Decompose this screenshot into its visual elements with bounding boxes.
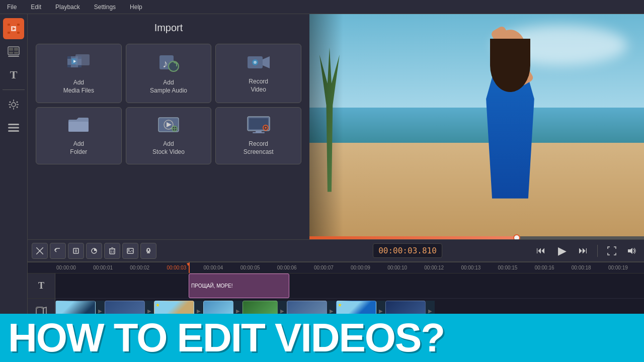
add-sample-audio-label: AddSample Audio: [150, 79, 187, 95]
add-media-icon: [66, 52, 91, 75]
svg-rect-32: [75, 54, 90, 65]
svg-rect-71: [147, 248, 149, 251]
video-progress-thumb[interactable]: [513, 234, 520, 239]
record-video-button[interactable]: RecordVideo: [215, 44, 301, 103]
record-screencast-button[interactable]: RecordScreencast: [215, 107, 301, 164]
left-sidebar: T: [0, 14, 28, 362]
svg-point-55: [265, 127, 267, 129]
menu-playback[interactable]: Playback: [52, 3, 83, 12]
svg-rect-53: [253, 132, 265, 133]
video-progress-bar[interactable]: [309, 236, 644, 239]
ruler-tick: 00:00:01: [92, 265, 129, 270]
fullscreen-button[interactable]: [604, 243, 620, 259]
ruler-tick: 00:00:07: [313, 265, 350, 270]
transport-toolbar: [32, 243, 282, 259]
sidebar-btn-text[interactable]: T: [3, 64, 24, 85]
svg-rect-24: [8, 130, 19, 132]
svg-rect-4: [17, 32, 20, 34]
svg-marker-74: [628, 248, 632, 254]
svg-rect-76: [36, 307, 38, 309]
svg-rect-23: [8, 127, 19, 129]
add-media-files-button[interactable]: AddMedia Files: [36, 44, 122, 103]
ruler-tick: 00:00:00: [55, 265, 92, 270]
ruler-tick: 00:00:19: [607, 265, 644, 270]
svg-rect-52: [256, 131, 262, 132]
image-button[interactable]: [122, 243, 138, 259]
menu-file[interactable]: File: [4, 3, 20, 12]
crop-button[interactable]: [68, 243, 84, 259]
svg-point-20: [10, 107, 11, 108]
add-folder-button[interactable]: AddFolder: [36, 107, 122, 164]
add-stock-video-button[interactable]: AddStock Video: [126, 107, 212, 164]
svg-rect-63: [110, 249, 115, 254]
svg-point-69: [128, 249, 130, 250]
add-stock-video-label: AddStock Video: [152, 140, 185, 156]
ruler-tick: 00:00:18: [571, 265, 607, 270]
add-folder-icon: [67, 116, 90, 136]
sidebar-btn-media[interactable]: [3, 18, 24, 39]
ruler-tick: 00:00:09: [350, 265, 386, 270]
play-button[interactable]: ▶: [553, 242, 571, 260]
menu-edit[interactable]: Edit: [28, 3, 44, 12]
svg-rect-9: [14, 48, 18, 51]
svg-rect-8: [9, 48, 13, 51]
ruler-tick: 00:00:15: [497, 265, 534, 270]
svg-rect-12: [8, 56, 19, 57]
add-sample-audio-button[interactable]: ♪ AddSample Audio: [126, 44, 212, 103]
ruler-tick: 00:00:12: [423, 265, 460, 270]
svg-rect-28: [67, 65, 71, 67]
transport-row: 00:00:03.810 ⏮ ▶ ⏭: [28, 239, 644, 261]
title-overlay-block[interactable]: ПРОЩАЙ, МОРЕ!: [189, 274, 289, 298]
menu-settings[interactable]: Settings: [91, 3, 119, 12]
ruler-tick: 00:00:05: [239, 265, 276, 270]
text-track-label: T: [28, 274, 55, 299]
svg-rect-22: [8, 124, 19, 125]
svg-point-19: [17, 102, 18, 103]
ruler-tick: 00:00:02: [129, 265, 166, 270]
record-video-icon: [247, 53, 271, 74]
main-layout: T: [0, 14, 644, 362]
menu-help[interactable]: Help: [127, 3, 145, 12]
sidebar-btn-menu[interactable]: [3, 117, 24, 138]
video-preview: [309, 14, 644, 239]
add-sample-audio-icon: ♪: [157, 52, 180, 75]
volume-button[interactable]: [624, 243, 640, 259]
svg-rect-2: [17, 24, 20, 26]
bottom-text: HOW TO EDIT VIDEOS?: [8, 318, 444, 358]
cut-button[interactable]: [32, 243, 48, 259]
timecode-display: 00:00:03.810: [373, 243, 442, 258]
bottom-bar: HOW TO EDIT VIDEOS?: [0, 314, 644, 362]
clip-7-star: ★: [338, 302, 342, 308]
rewind-button[interactable]: ⏮: [533, 243, 549, 259]
svg-rect-11: [14, 52, 18, 54]
svg-point-13: [12, 103, 16, 107]
timeline-ruler: 00:00:00 00:00:01 00:00:02 00:00:03 00:0…: [28, 262, 644, 274]
forward-button[interactable]: ⏭: [575, 243, 591, 259]
ruler-tick: 00:00:03: [166, 265, 202, 270]
ruler-tick: 00:00:06: [276, 265, 313, 270]
color-button[interactable]: [86, 243, 102, 259]
ruler-tick: 00:00:04: [203, 265, 239, 270]
record-screencast-icon: [247, 116, 271, 136]
video-progress-fill: [309, 236, 517, 239]
record-screencast-label: RecordScreencast: [244, 140, 274, 156]
top-row: Import: [28, 14, 644, 239]
add-stock-video-icon: [156, 116, 181, 136]
bottom-overlay: HOW TO EDIT VIDEOS?: [0, 314, 644, 362]
clip-3-star: ★: [155, 302, 160, 308]
sidebar-divider: [3, 89, 24, 90]
delete-button[interactable]: [104, 243, 120, 259]
sidebar-btn-effects[interactable]: [3, 94, 24, 115]
audio-button[interactable]: [140, 243, 156, 259]
menu-bar: File Edit Playback Settings Help: [0, 0, 644, 14]
svg-point-18: [10, 102, 11, 103]
content-area: Import: [28, 14, 644, 362]
sidebar-btn-titles[interactable]: [3, 41, 24, 62]
transport-controls: ⏮ ▶ ⏭: [533, 242, 640, 260]
add-folder-label: AddFolder: [70, 140, 87, 156]
undo-button[interactable]: [50, 243, 66, 259]
record-video-label: RecordVideo: [249, 78, 268, 94]
import-panel: Import: [28, 14, 309, 239]
svg-text:♪: ♪: [163, 57, 168, 70]
ruler-tick: 00:00:10: [386, 265, 423, 270]
